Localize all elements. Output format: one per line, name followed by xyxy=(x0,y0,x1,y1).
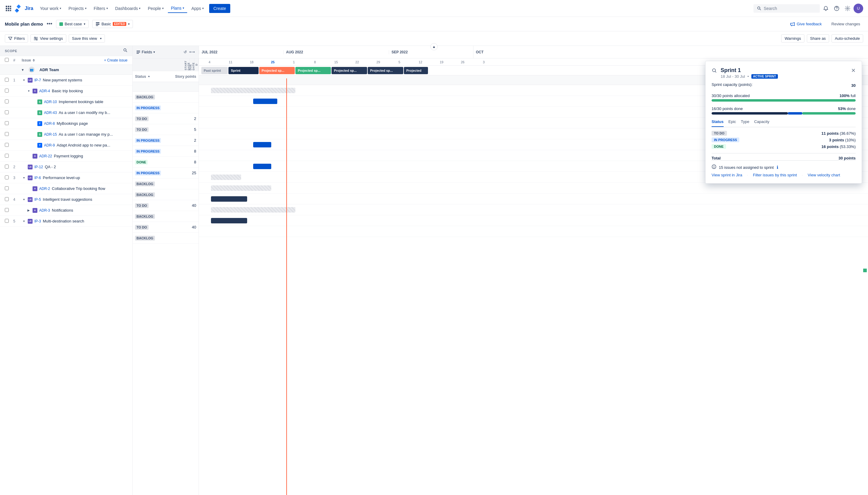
issue-checkbox[interactable] xyxy=(5,121,9,125)
issue-key[interactable]: ADR-8 xyxy=(44,121,55,126)
issue-key[interactable]: IP-12 xyxy=(34,165,43,169)
issue-checkbox[interactable] xyxy=(5,186,9,190)
collapse-bar-button[interactable]: ▲ xyxy=(430,43,438,50)
save-view-button[interactable]: Save this view ▾ xyxy=(69,34,105,42)
expand-icon[interactable]: ⟷ xyxy=(189,50,195,54)
filter-issues-link[interactable]: Filter issues by this sprint xyxy=(753,173,797,177)
nav-dashboards[interactable]: Dashboards ▾ xyxy=(112,4,144,13)
sprint-bar-projected-2[interactable]: Projected sp... xyxy=(295,67,331,74)
issue-key[interactable]: ADR-15 xyxy=(44,132,57,137)
popup-close-button[interactable]: ✕ xyxy=(851,67,856,74)
issue-key[interactable]: ADR-43 xyxy=(44,110,57,115)
nav-filters[interactable]: Filters ▾ xyxy=(91,4,111,13)
issue-key[interactable]: IP-7 xyxy=(34,78,41,82)
create-issue-button[interactable]: + Create issue xyxy=(104,58,127,63)
due-date-header[interactable]: DUE DATE xyxy=(190,58,194,71)
expand-icon[interactable]: ▾ xyxy=(22,176,26,180)
expand-icon[interactable]: ▾ xyxy=(27,89,31,93)
scenario-selector[interactable]: Best case ▾ xyxy=(56,20,89,28)
team-expand-icon[interactable]: ▾ xyxy=(22,68,24,72)
gantt-bar[interactable] xyxy=(211,196,247,202)
tab-type[interactable]: Type xyxy=(741,119,749,127)
gantt-bar[interactable] xyxy=(211,207,295,212)
settings-icon[interactable] xyxy=(843,4,852,13)
jira-logo[interactable]: Jira xyxy=(15,4,33,13)
month-oct: OCT xyxy=(473,46,497,58)
search-bar[interactable]: Search xyxy=(753,4,820,13)
plan-options-button[interactable]: ••• xyxy=(47,21,52,27)
refresh-icon[interactable]: ↺ xyxy=(184,50,187,54)
sprint-bar-past[interactable]: Past sprint xyxy=(201,67,228,74)
sprint-bar-projected-1[interactable]: Projected sp... xyxy=(259,67,295,74)
issue-checkbox[interactable] xyxy=(5,208,9,212)
issue-key[interactable]: IP-6 xyxy=(34,176,41,180)
velocity-chart-link[interactable]: View velocity chart xyxy=(808,173,840,177)
fields-button[interactable]: Fields ▾ xyxy=(136,50,155,54)
review-changes-button[interactable]: Review changes xyxy=(829,20,863,28)
issue-checkbox[interactable] xyxy=(5,110,9,114)
gantt-bar[interactable] xyxy=(211,88,295,93)
select-all-checkbox[interactable] xyxy=(5,58,9,62)
view-sprint-link[interactable]: View sprint in Jira xyxy=(712,173,742,177)
expand-icon[interactable]: ▾ xyxy=(22,78,26,82)
issue-title: QA - 2 xyxy=(45,165,56,169)
nav-plans[interactable]: Plans ▾ xyxy=(168,4,187,13)
issue-key[interactable]: ADR-9 xyxy=(44,143,55,148)
issue-title: New payment systems xyxy=(43,78,82,82)
issue-key[interactable]: IP-5 xyxy=(34,198,41,202)
status-col-header[interactable]: Status xyxy=(133,74,169,79)
expand-icon[interactable]: ▾ xyxy=(22,198,26,202)
sp-col-header[interactable]: Story points xyxy=(169,74,198,79)
issue-key[interactable]: ADR-3 xyxy=(39,208,50,212)
issue-key[interactable]: ADR-22 xyxy=(39,154,52,158)
issue-key[interactable]: ADR-2 xyxy=(39,187,50,191)
gantt-bar[interactable] xyxy=(211,218,247,223)
nav-projects[interactable]: Projects ▾ xyxy=(65,4,89,13)
gantt-bar[interactable] xyxy=(253,99,277,104)
expand-icon[interactable]: ▶ xyxy=(27,208,31,212)
nav-your-work[interactable]: Your work ▾ xyxy=(37,4,64,13)
notifications-icon[interactable] xyxy=(821,4,831,13)
issue-key[interactable]: ADR-10 xyxy=(44,100,57,104)
auto-schedule-button[interactable]: Auto-schedule xyxy=(832,34,863,42)
scope-search-icon[interactable] xyxy=(123,48,127,53)
share-as-button[interactable]: Share as xyxy=(807,34,829,42)
warnings-button[interactable]: Warnings xyxy=(781,34,804,42)
gantt-bar[interactable] xyxy=(211,174,241,180)
issue-checkbox[interactable] xyxy=(5,100,9,103)
issue-checkbox[interactable] xyxy=(5,143,9,147)
issue-checkbox[interactable] xyxy=(5,154,9,158)
sprint-bar-projected-5[interactable]: Projected xyxy=(404,67,428,74)
tab-capacity[interactable]: Capacity xyxy=(754,119,769,127)
expand-icon[interactable]: ▾ xyxy=(22,219,26,223)
issue-checkbox[interactable] xyxy=(5,165,9,169)
unassigned-info-icon[interactable]: ℹ xyxy=(777,165,778,170)
tab-epic[interactable]: Epic xyxy=(728,119,736,127)
sprint-bar-projected-3[interactable]: Projected sp... xyxy=(331,67,367,74)
issue-checkbox[interactable] xyxy=(5,219,9,223)
issue-checkbox[interactable] xyxy=(5,197,9,201)
sprint-bar-active[interactable]: Sprint xyxy=(228,67,259,74)
filters-button[interactable]: Filters xyxy=(5,34,28,42)
gantt-bar[interactable] xyxy=(253,142,271,148)
grid-icon[interactable] xyxy=(5,5,12,12)
user-avatar[interactable]: U xyxy=(853,4,863,13)
d-header[interactable]: D xyxy=(194,58,198,71)
issue-key[interactable]: IP-3 xyxy=(34,219,41,223)
view-settings-button[interactable]: View settings xyxy=(31,34,66,42)
create-button[interactable]: Create xyxy=(209,4,230,13)
nav-people[interactable]: People ▾ xyxy=(145,4,167,13)
nav-apps[interactable]: Apps ▾ xyxy=(188,4,207,13)
gantt-bar[interactable] xyxy=(253,164,271,169)
tab-status[interactable]: Status xyxy=(712,119,724,127)
give-feedback-button[interactable]: Give feedback xyxy=(787,20,825,28)
issue-key[interactable]: ADR-4 xyxy=(39,89,50,93)
gantt-bar[interactable] xyxy=(211,185,271,191)
issue-checkbox[interactable] xyxy=(5,89,9,92)
sprint-bar-projected-4[interactable]: Projected sp... xyxy=(368,67,403,74)
view-mode-selector[interactable]: Basic EDITED ▾ xyxy=(92,20,133,28)
issue-checkbox[interactable] xyxy=(5,175,9,180)
help-icon[interactable] xyxy=(832,4,841,13)
issue-checkbox[interactable] xyxy=(5,132,9,136)
issue-checkbox[interactable] xyxy=(5,78,9,82)
